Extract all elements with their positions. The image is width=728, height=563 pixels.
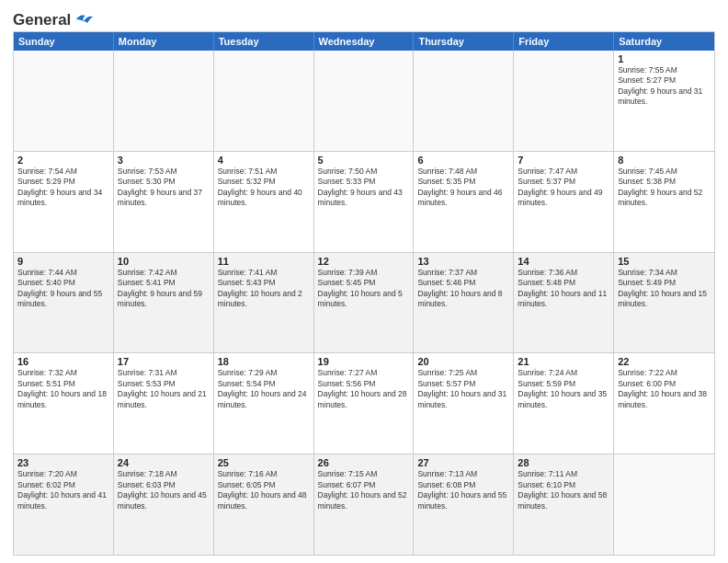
day-number: 2 bbox=[17, 155, 109, 166]
day-number: 27 bbox=[417, 457, 509, 468]
cal-cell: 13Sunrise: 7:37 AM Sunset: 5:46 PM Dayli… bbox=[414, 253, 514, 353]
day-number: 4 bbox=[218, 155, 310, 166]
day-number: 10 bbox=[118, 256, 210, 267]
day-number: 17 bbox=[118, 356, 210, 367]
day-info: Sunrise: 7:53 AM Sunset: 5:30 PM Dayligh… bbox=[118, 167, 210, 209]
day-info: Sunrise: 7:55 AM Sunset: 5:27 PM Dayligh… bbox=[618, 65, 711, 108]
day-info: Sunrise: 7:27 AM Sunset: 5:56 PM Dayligh… bbox=[318, 368, 410, 410]
day-number: 15 bbox=[618, 256, 711, 267]
day-number: 3 bbox=[118, 155, 210, 166]
cal-cell: 14Sunrise: 7:36 AM Sunset: 5:48 PM Dayli… bbox=[514, 253, 614, 353]
logo-bird-icon bbox=[73, 12, 93, 27]
cal-cell: 23Sunrise: 7:20 AM Sunset: 6:02 PM Dayli… bbox=[14, 454, 114, 555]
day-number: 7 bbox=[518, 155, 609, 166]
cal-cell bbox=[314, 51, 415, 151]
day-info: Sunrise: 7:48 AM Sunset: 5:35 PM Dayligh… bbox=[417, 167, 509, 209]
cal-cell: 27Sunrise: 7:13 AM Sunset: 6:08 PM Dayli… bbox=[414, 454, 514, 555]
day-info: Sunrise: 7:32 AM Sunset: 5:51 PM Dayligh… bbox=[17, 368, 109, 410]
day-number: 23 bbox=[17, 457, 109, 468]
day-number: 24 bbox=[118, 457, 210, 468]
day-info: Sunrise: 7:15 AM Sunset: 6:07 PM Dayligh… bbox=[318, 469, 410, 511]
cal-cell: 2Sunrise: 7:54 AM Sunset: 5:29 PM Daylig… bbox=[14, 152, 114, 252]
day-info: Sunrise: 7:39 AM Sunset: 5:45 PM Dayligh… bbox=[318, 268, 410, 310]
cal-cell: 18Sunrise: 7:29 AM Sunset: 5:54 PM Dayli… bbox=[214, 353, 314, 454]
day-header-saturday: Saturday bbox=[614, 32, 714, 51]
cal-cell: 24Sunrise: 7:18 AM Sunset: 6:03 PM Dayli… bbox=[114, 454, 214, 555]
day-number: 28 bbox=[518, 457, 609, 468]
day-info: Sunrise: 7:36 AM Sunset: 5:48 PM Dayligh… bbox=[518, 268, 609, 310]
day-info: Sunrise: 7:45 AM Sunset: 5:38 PM Dayligh… bbox=[618, 167, 711, 209]
day-info: Sunrise: 7:18 AM Sunset: 6:03 PM Dayligh… bbox=[118, 469, 210, 511]
cal-cell bbox=[414, 51, 514, 151]
day-number: 12 bbox=[318, 256, 410, 267]
day-info: Sunrise: 7:31 AM Sunset: 5:53 PM Dayligh… bbox=[118, 368, 210, 410]
day-number: 25 bbox=[218, 457, 310, 468]
day-info: Sunrise: 7:54 AM Sunset: 5:29 PM Dayligh… bbox=[17, 167, 109, 209]
day-info: Sunrise: 7:13 AM Sunset: 6:08 PM Dayligh… bbox=[417, 469, 509, 511]
cal-cell: 4Sunrise: 7:51 AM Sunset: 5:32 PM Daylig… bbox=[214, 152, 314, 252]
day-info: Sunrise: 7:42 AM Sunset: 5:41 PM Dayligh… bbox=[118, 268, 210, 310]
day-header-tuesday: Tuesday bbox=[214, 32, 314, 51]
calendar-body: 1Sunrise: 7:55 AM Sunset: 5:27 PM Daylig… bbox=[14, 51, 714, 555]
day-info: Sunrise: 7:24 AM Sunset: 5:59 PM Dayligh… bbox=[518, 368, 609, 410]
day-header-friday: Friday bbox=[514, 32, 614, 51]
cal-cell: 19Sunrise: 7:27 AM Sunset: 5:56 PM Dayli… bbox=[314, 353, 415, 454]
day-number: 13 bbox=[417, 256, 509, 267]
cal-cell: 26Sunrise: 7:15 AM Sunset: 6:07 PM Dayli… bbox=[314, 454, 415, 555]
day-header-wednesday: Wednesday bbox=[314, 32, 415, 51]
day-header-sunday: Sunday bbox=[14, 32, 114, 51]
day-number: 16 bbox=[17, 356, 109, 367]
day-info: Sunrise: 7:16 AM Sunset: 6:05 PM Dayligh… bbox=[218, 469, 310, 511]
calendar: SundayMondayTuesdayWednesdayThursdayFrid… bbox=[13, 31, 715, 556]
calendar-header: SundayMondayTuesdayWednesdayThursdayFrid… bbox=[14, 32, 714, 51]
cal-cell: 15Sunrise: 7:34 AM Sunset: 5:49 PM Dayli… bbox=[614, 253, 714, 353]
day-info: Sunrise: 7:34 AM Sunset: 5:49 PM Dayligh… bbox=[618, 268, 711, 310]
week-row-4: 16Sunrise: 7:32 AM Sunset: 5:51 PM Dayli… bbox=[14, 352, 714, 454]
week-row-1: 1Sunrise: 7:55 AM Sunset: 5:27 PM Daylig… bbox=[14, 51, 714, 151]
day-info: Sunrise: 7:50 AM Sunset: 5:33 PM Dayligh… bbox=[318, 167, 410, 209]
day-info: Sunrise: 7:41 AM Sunset: 5:43 PM Dayligh… bbox=[218, 268, 310, 310]
cal-cell bbox=[14, 51, 114, 151]
header: General bbox=[13, 11, 715, 26]
cal-cell: 25Sunrise: 7:16 AM Sunset: 6:05 PM Dayli… bbox=[214, 454, 314, 555]
day-info: Sunrise: 7:44 AM Sunset: 5:40 PM Dayligh… bbox=[17, 268, 109, 310]
day-header-thursday: Thursday bbox=[414, 32, 514, 51]
cal-cell: 16Sunrise: 7:32 AM Sunset: 5:51 PM Dayli… bbox=[14, 353, 114, 454]
logo: General bbox=[13, 11, 93, 26]
cal-cell: 7Sunrise: 7:47 AM Sunset: 5:37 PM Daylig… bbox=[514, 152, 614, 252]
cal-cell: 20Sunrise: 7:25 AM Sunset: 5:57 PM Dayli… bbox=[414, 353, 514, 454]
day-number: 21 bbox=[518, 356, 609, 367]
day-info: Sunrise: 7:47 AM Sunset: 5:37 PM Dayligh… bbox=[518, 167, 609, 209]
cal-cell: 9Sunrise: 7:44 AM Sunset: 5:40 PM Daylig… bbox=[14, 253, 114, 353]
day-number: 9 bbox=[17, 256, 109, 267]
cal-cell: 3Sunrise: 7:53 AM Sunset: 5:30 PM Daylig… bbox=[114, 152, 214, 252]
day-info: Sunrise: 7:29 AM Sunset: 5:54 PM Dayligh… bbox=[218, 368, 310, 410]
page: General SundayMondayTuesdayWednesdayThur… bbox=[0, 0, 728, 563]
cal-cell bbox=[114, 51, 214, 151]
day-number: 22 bbox=[618, 356, 711, 367]
cal-cell: 28Sunrise: 7:11 AM Sunset: 6:10 PM Dayli… bbox=[514, 454, 614, 555]
day-number: 19 bbox=[318, 356, 410, 367]
day-info: Sunrise: 7:37 AM Sunset: 5:46 PM Dayligh… bbox=[417, 268, 509, 310]
cal-cell: 8Sunrise: 7:45 AM Sunset: 5:38 PM Daylig… bbox=[614, 152, 714, 252]
logo-general-text: General bbox=[13, 11, 71, 29]
week-row-3: 9Sunrise: 7:44 AM Sunset: 5:40 PM Daylig… bbox=[14, 252, 714, 353]
day-number: 6 bbox=[417, 155, 509, 166]
cal-cell: 5Sunrise: 7:50 AM Sunset: 5:33 PM Daylig… bbox=[314, 152, 415, 252]
cal-cell: 6Sunrise: 7:48 AM Sunset: 5:35 PM Daylig… bbox=[414, 152, 514, 252]
day-number: 5 bbox=[318, 155, 410, 166]
day-number: 8 bbox=[618, 155, 711, 166]
cal-cell: 12Sunrise: 7:39 AM Sunset: 5:45 PM Dayli… bbox=[314, 253, 415, 353]
cal-cell: 11Sunrise: 7:41 AM Sunset: 5:43 PM Dayli… bbox=[214, 253, 314, 353]
day-header-monday: Monday bbox=[114, 32, 214, 51]
cal-cell: 1Sunrise: 7:55 AM Sunset: 5:27 PM Daylig… bbox=[614, 51, 714, 151]
day-number: 14 bbox=[518, 256, 609, 267]
day-info: Sunrise: 7:11 AM Sunset: 6:10 PM Dayligh… bbox=[518, 469, 609, 511]
day-number: 1 bbox=[618, 53, 711, 64]
day-info: Sunrise: 7:51 AM Sunset: 5:32 PM Dayligh… bbox=[218, 167, 310, 209]
day-info: Sunrise: 7:22 AM Sunset: 6:00 PM Dayligh… bbox=[618, 368, 711, 410]
day-number: 11 bbox=[218, 256, 310, 267]
cal-cell: 21Sunrise: 7:24 AM Sunset: 5:59 PM Dayli… bbox=[514, 353, 614, 454]
day-number: 20 bbox=[417, 356, 509, 367]
day-number: 18 bbox=[218, 356, 310, 367]
